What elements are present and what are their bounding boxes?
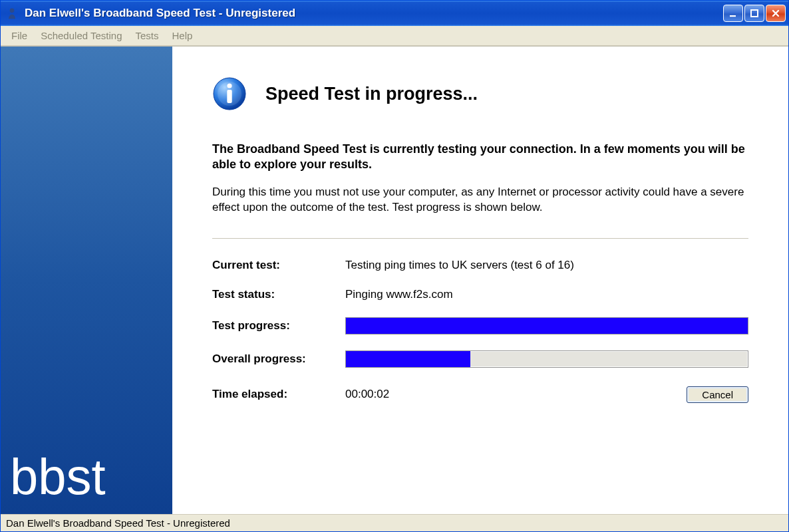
sidebar-brand: bbst	[10, 452, 106, 502]
app-window: Dan Elwell's Broadband Speed Test - Unre…	[0, 0, 789, 532]
close-button[interactable]	[766, 5, 786, 22]
overall-progress-label: Overall progress:	[212, 352, 345, 366]
row-current-test: Current test: Testing ping times to UK s…	[212, 259, 748, 272]
window-controls	[723, 5, 786, 22]
menu-tests[interactable]: Tests	[129, 28, 166, 43]
overall-progress-fill	[346, 351, 470, 367]
test-progress-bar	[345, 317, 748, 334]
menubar: File Scheduled Testing Tests Help	[1, 26, 788, 46]
row-test-status: Test status: Pinging www.f2s.com	[212, 288, 748, 301]
row-overall-progress: Overall progress:	[212, 350, 748, 368]
test-progress-fill	[346, 318, 748, 334]
divider	[212, 238, 748, 239]
cancel-button[interactable]: Cancel	[687, 386, 748, 403]
heading-row: Speed Test in progress...	[212, 76, 748, 111]
svg-rect-6	[227, 90, 232, 103]
current-test-label: Current test:	[212, 259, 345, 272]
svg-point-0	[10, 9, 15, 13]
page-heading: Speed Test in progress...	[265, 84, 478, 104]
intro-plain: During this time you must not use your c…	[212, 185, 748, 215]
row-test-progress: Test progress:	[212, 317, 748, 334]
menu-file[interactable]: File	[5, 28, 34, 43]
time-elapsed-value: 00:00:02	[345, 388, 687, 401]
info-icon	[212, 76, 247, 111]
app-icon	[5, 6, 19, 21]
svg-rect-1	[730, 15, 736, 17]
test-status-value: Pinging www.f2s.com	[345, 288, 748, 301]
menu-scheduled-testing[interactable]: Scheduled Testing	[34, 28, 128, 43]
test-progress-label: Test progress:	[212, 319, 345, 332]
intro-bold: The Broadband Speed Test is currently te…	[212, 142, 748, 173]
row-time-elapsed: Time elapsed: 00:00:02 Cancel	[212, 386, 748, 403]
current-test-value: Testing ping times to UK servers (test 6…	[345, 259, 748, 272]
titlebar[interactable]: Dan Elwell's Broadband Speed Test - Unre…	[1, 1, 788, 26]
statusbar-text: Dan Elwell's Broadband Speed Test - Unre…	[6, 517, 230, 529]
main-panel: Speed Test in progress... The Broadband …	[172, 47, 788, 514]
sidebar: bbst	[1, 47, 172, 514]
test-status-label: Test status:	[212, 288, 345, 301]
minimize-button[interactable]	[723, 5, 743, 22]
statusbar: Dan Elwell's Broadband Speed Test - Unre…	[1, 514, 788, 531]
maximize-button[interactable]	[744, 5, 764, 22]
overall-progress-bar	[345, 350, 748, 368]
svg-rect-2	[751, 10, 758, 17]
time-elapsed-label: Time elapsed:	[212, 388, 345, 401]
menu-help[interactable]: Help	[166, 28, 200, 43]
window-title: Dan Elwell's Broadband Speed Test - Unre…	[25, 7, 723, 20]
client-area: bbst	[1, 46, 788, 514]
svg-point-5	[227, 83, 232, 88]
